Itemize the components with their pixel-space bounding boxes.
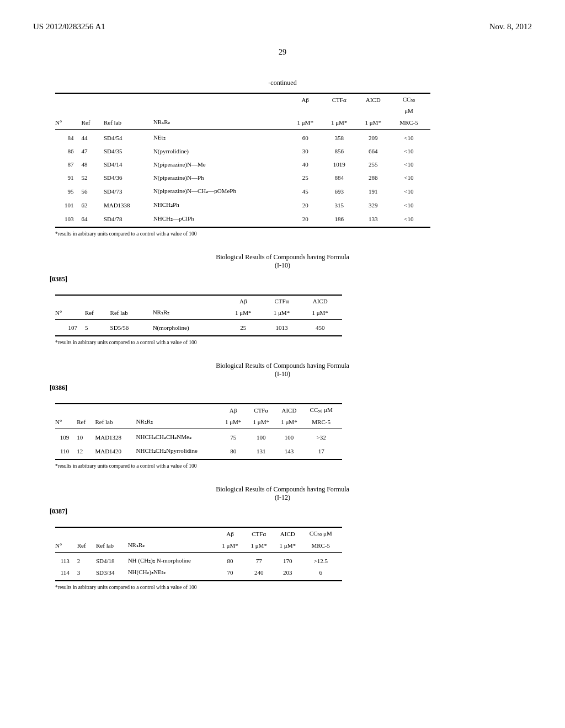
cell-ref: 56 <box>82 184 104 198</box>
cell-reflab: MAD1338 <box>104 198 153 212</box>
cell-reflab: SD4/73 <box>104 184 153 198</box>
cell-aicd: 143 <box>278 444 306 459</box>
cell-n: 110 <box>55 444 77 459</box>
cell-ctfa: 100 <box>250 429 278 445</box>
cell-n: 107 <box>55 320 85 336</box>
cell-ab: 20 <box>291 212 325 227</box>
table-row: 10162MAD1338NHCH₂Ph20315329<10 <box>55 198 430 212</box>
table-i10-b: Aβ CTFα AICD CC₅₀ μM N° Ref Ref lab NR₁R… <box>55 403 342 460</box>
col-cc50-l1: CC₅₀ <box>393 93 430 105</box>
cell-nr: N(piperazine)N—CH₂—pOMePh <box>153 184 291 198</box>
cell-ctfa: 186 <box>325 212 359 227</box>
cell-ctfa: 856 <box>325 144 359 158</box>
table-i10-a: Aβ CTFα AICD N° Ref Ref lab NR₁R₂ 1 μM* … <box>55 295 342 336</box>
cell-nr: NH (CH₂)₂ N-morpholine <box>128 553 218 567</box>
cell-aicd: 450 <box>303 320 342 336</box>
table-row: 8748SD4/14N(piperazine)N—Me401019255<10 <box>55 158 430 171</box>
col-cc50-l2: μM <box>393 105 430 116</box>
cell-nr: NHCH₂—pClPh <box>153 212 291 227</box>
cell-reflab: MAD1420 <box>95 444 136 459</box>
cell-aicd: 286 <box>359 171 393 184</box>
col-ab: Aβ <box>291 93 325 105</box>
page-number: 29 <box>33 48 532 57</box>
table-row: 8444SD4/54NEt₂60358209<10 <box>55 130 430 145</box>
cell-n: 109 <box>55 429 77 445</box>
table-row: 1143SD3/34NH(CH₂)₃NEt₂702402036 <box>55 566 342 581</box>
cell-ref: 12 <box>77 444 95 459</box>
cell-nr: NEt₂ <box>153 130 291 145</box>
cell-ref: 62 <box>82 198 104 212</box>
cell-n: 91 <box>55 171 82 184</box>
cell-reflab: SD5/56 <box>110 320 153 336</box>
footnote-4: *results in arbitrary units compared to … <box>55 585 532 590</box>
cell-aicd: 329 <box>359 198 393 212</box>
cell-nr: NHCH₂CH₂CH₂NMe₂ <box>136 429 222 445</box>
cell-aicd: 255 <box>359 158 393 171</box>
footnote-1: *results in arbitrary units compared to … <box>55 231 532 237</box>
cell-cc: <10 <box>393 158 430 171</box>
cell-ab: 20 <box>291 198 325 212</box>
caption-3: Biological Results of Compounds having F… <box>167 362 398 378</box>
publication-number: US 2012/0283256 A1 <box>33 22 105 31</box>
para-0387: [0387] <box>50 507 532 516</box>
col-ref: Ref <box>82 116 104 130</box>
cell-reflab: SD4/18 <box>96 553 128 567</box>
cell-aicd: 203 <box>276 566 305 581</box>
footnote-3: *results in arbitrary units compared to … <box>55 463 532 469</box>
cell-ctfa: 131 <box>250 444 278 459</box>
page-header: US 2012/0283256 A1 Nov. 8, 2012 <box>33 22 532 31</box>
col-aicd-u: 1 μM* <box>359 116 393 130</box>
cell-ref: 64 <box>82 212 104 227</box>
cell-reflab: MAD1328 <box>95 429 136 445</box>
cell-aicd: 664 <box>359 144 393 158</box>
cell-ref: 10 <box>77 429 95 445</box>
cell-ctfa: 693 <box>325 184 359 198</box>
table-row: 10910MAD1328NHCH₂CH₂CH₂NMe₂75100100>32 <box>55 429 342 445</box>
cell-cc: >32 <box>306 429 342 445</box>
cell-ref: 5 <box>85 320 110 336</box>
col-ab-u: 1 μM* <box>291 116 325 130</box>
publication-date: Nov. 8, 2012 <box>489 22 532 31</box>
col-cc50-l3: MRC-5 <box>393 116 430 130</box>
cell-nr: N(piperazine)N—Me <box>153 158 291 171</box>
cell-n: 114 <box>55 566 77 581</box>
cell-n: 101 <box>55 198 82 212</box>
cell-aicd: 100 <box>278 429 306 445</box>
cell-reflab: SD4/35 <box>104 144 153 158</box>
cell-ab: 80 <box>222 444 250 459</box>
cell-ab: 60 <box>291 130 325 145</box>
cell-ab: 75 <box>222 429 250 445</box>
cell-ab: 30 <box>291 144 325 158</box>
col-nr1r2: NR₁R₂ <box>153 116 291 130</box>
cell-ctfa: 1019 <box>325 158 359 171</box>
cell-ctfa: 1013 <box>265 320 304 336</box>
cell-ab: 70 <box>218 566 247 581</box>
cell-ref: 48 <box>82 158 104 171</box>
cell-nr: NHCH₂Ph <box>153 198 291 212</box>
cell-reflab: SD4/54 <box>104 130 153 145</box>
table-row: 9556SD4/73N(piperazine)N—CH₂—pOMePh45693… <box>55 184 430 198</box>
cell-nr: NH(CH₂)₃NEt₂ <box>128 566 218 581</box>
cell-ctfa: 884 <box>325 171 359 184</box>
cell-ctfa: 240 <box>247 566 276 581</box>
cell-reflab: SD4/14 <box>104 158 153 171</box>
table-i12: Aβ CTFα AICD CC₅₀ μM N° Ref Ref lab NR₁R… <box>55 527 342 581</box>
cell-cc: 17 <box>306 444 342 459</box>
cell-ab: 40 <box>291 158 325 171</box>
cell-ctfa: 358 <box>325 130 359 145</box>
col-ctfa: CTFα <box>325 93 359 105</box>
cell-aicd: 133 <box>359 212 393 227</box>
cell-ref: 52 <box>82 171 104 184</box>
cell-ctfa: 315 <box>325 198 359 212</box>
cell-aicd: 191 <box>359 184 393 198</box>
cell-ref: 44 <box>82 130 104 145</box>
cell-n: 95 <box>55 184 82 198</box>
continued-label: -continued <box>33 79 532 87</box>
table-row: 1075SD5/56N(morpholine)251013450 <box>55 320 342 336</box>
cell-reflab: SD4/36 <box>104 171 153 184</box>
cell-ab: 45 <box>291 184 325 198</box>
cell-cc: <10 <box>393 171 430 184</box>
cell-nr: NHCH₂CH₂Npyrrolidine <box>136 444 222 459</box>
cell-nr: N(piperazine)N—Ph <box>153 171 291 184</box>
cell-aicd: 209 <box>359 130 393 145</box>
